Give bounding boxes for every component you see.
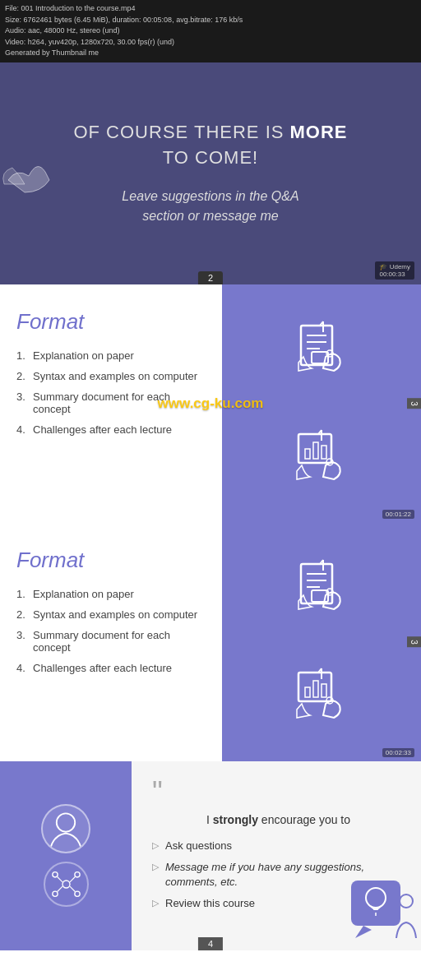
svg-rect-9 [305, 449, 310, 459]
format-item-2-4: 4. Challenges after each lecture [16, 662, 206, 674]
format-item-1-2: 2. Syntax and examples on computer [16, 370, 206, 382]
format-item-2-3: 3. Summary document for each concept [16, 629, 206, 654]
quote-main-text: I strongly encourage you to [152, 811, 405, 829]
network-icon [44, 862, 89, 907]
svg-rect-24 [305, 687, 310, 697]
video-slide-content: OF COURSE THERE IS MORE TO COME! Leave s… [73, 120, 347, 227]
slide-number: 2 [198, 271, 223, 284]
udemy-icon: 🎓 [379, 263, 387, 270]
format-title-1: Format [16, 309, 206, 335]
timestamp-2: 00:02:33 [382, 748, 414, 757]
format-left-1: Format 1. Explanation on paper 2. Syntax… [0, 284, 222, 523]
quote-right-icon [347, 876, 421, 950]
svg-point-33 [74, 872, 79, 877]
format-section-2: Format 1. Explanation on paper 2. Syntax… [0, 523, 421, 761]
file-info-line4: Video: h264, yuv420p, 1280x720, 30.00 fp… [5, 37, 416, 49]
format-icon-chart-2 [280, 659, 363, 733]
format-item-2-1: 1. Explanation on paper [16, 588, 206, 600]
format-item-1-4: 4. Challenges after each lecture [16, 423, 206, 436]
format-section-1: Format 1. Explanation on paper 2. Syntax… [0, 284, 421, 523]
svg-point-31 [62, 881, 70, 888]
format-list-2: 1. Explanation on paper 2. Syntax and ex… [16, 588, 206, 674]
format-right-2: 3 00:02:33 [222, 523, 421, 761]
svg-point-30 [57, 813, 75, 831]
timestamp-1: 00:01:22 [382, 510, 414, 519]
format-item-1-3: 3. Summary document for each concept [16, 391, 206, 415]
avatar-left [41, 804, 90, 853]
svg-line-37 [70, 877, 75, 882]
quote-item-1: Ask questions [152, 839, 405, 853]
svg-point-35 [74, 891, 79, 896]
svg-point-34 [52, 891, 57, 896]
quote-section: " I strongly encourage you to Ask questi… [0, 761, 421, 950]
slide-main-text: OF COURSE THERE IS MORE TO COME! [73, 120, 347, 171]
slide-num-right-2: 3 [407, 636, 421, 648]
format-icon-paper-2 [280, 552, 363, 626]
slide-num-right-1: 3 [407, 398, 421, 409]
svg-line-38 [57, 886, 62, 891]
svg-line-39 [70, 886, 75, 891]
format-title-2: Format [16, 548, 206, 573]
format-list-1: 1. Explanation on paper 2. Syntax and ex… [16, 349, 206, 436]
slide-sub-text: Leave suggestions in the Q&A section or … [73, 187, 347, 226]
format-left-2: Format 1. Explanation on paper 2. Syntax… [0, 523, 222, 761]
quote-left [0, 761, 132, 950]
format-item-1-1: 1. Explanation on paper [16, 349, 206, 362]
file-info-line1: File: 001 Introduction to the course.mp4 [5, 3, 416, 15]
svg-rect-26 [322, 684, 326, 697]
hand-left-icon [0, 135, 74, 212]
slide-number-4: 4 [198, 937, 223, 950]
svg-rect-11 [322, 446, 326, 459]
svg-rect-10 [313, 442, 318, 459]
format-item-2-2: 2. Syntax and examples on computer [16, 608, 206, 621]
file-info-line2: Size: 6762461 bytes (6.45 MiB), duration… [5, 15, 416, 26]
format-icon-paper [280, 313, 363, 387]
file-info-line5: Generated by Thumbnail me [5, 48, 416, 59]
udemy-badge: 🎓 Udemy00:00:33 [375, 261, 414, 280]
svg-point-44 [400, 894, 413, 908]
svg-rect-25 [313, 681, 318, 697]
file-info-line3: Audio: aac, 48000 Hz, stereo (und) [5, 25, 416, 37]
format-icon-chart [280, 420, 363, 494]
video-slide: OF COURSE THERE IS MORE TO COME! Leave s… [0, 62, 421, 284]
svg-line-36 [57, 877, 62, 882]
format-right-1: 3 00:01:22 [222, 284, 421, 523]
file-info-bar: File: 001 Introduction to the course.mp4… [0, 0, 421, 62]
quote-mark: " [152, 778, 405, 807]
svg-point-32 [52, 872, 57, 877]
